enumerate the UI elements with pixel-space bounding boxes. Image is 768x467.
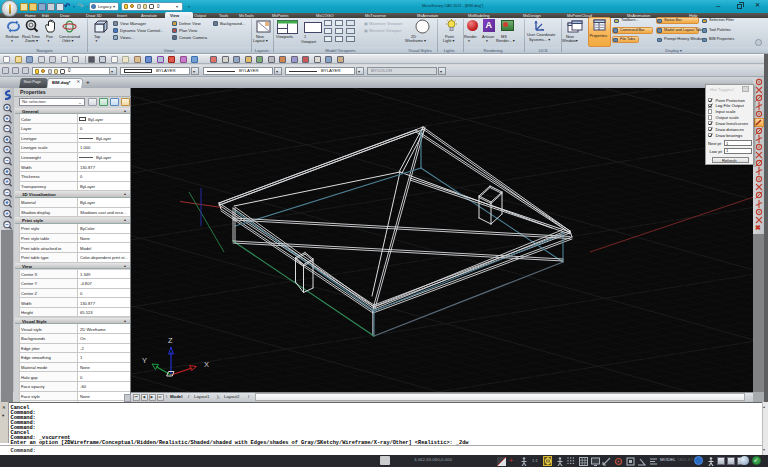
svg-text:Y: Y bbox=[142, 356, 147, 365]
svg-text:Z: Z bbox=[168, 336, 173, 345]
svg-text:X: X bbox=[204, 360, 209, 369]
